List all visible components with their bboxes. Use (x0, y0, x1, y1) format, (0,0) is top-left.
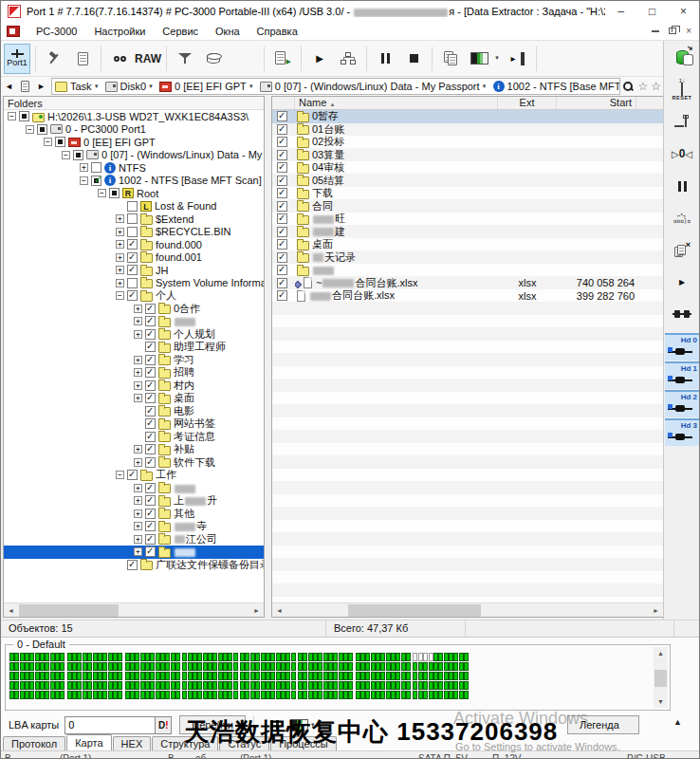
scroll-left-icon[interactable]: ◄ (272, 604, 286, 617)
map-block[interactable] (356, 662, 360, 671)
map-block[interactable] (333, 672, 338, 680)
map-block[interactable] (233, 672, 238, 680)
map-block[interactable] (35, 653, 40, 661)
map-block[interactable] (270, 691, 275, 699)
tree-item[interactable]: +NTFS (4, 161, 264, 175)
map-block[interactable] (245, 691, 249, 699)
map-block[interactable] (98, 653, 102, 661)
map-block[interactable] (193, 691, 197, 699)
map-block[interactable] (83, 672, 87, 680)
tree-checkbox[interactable] (127, 560, 138, 570)
raw-recovery-button[interactable]: RAW (135, 44, 161, 74)
export-button[interactable] (269, 44, 296, 74)
tree-checkbox[interactable] (127, 265, 138, 275)
map-block[interactable] (270, 672, 275, 680)
tree-item[interactable]: 电影 (4, 405, 264, 418)
expander-toggle-icon[interactable]: + (134, 305, 142, 313)
file-row[interactable]: 合同台账.xlsxxlsx399 282 760 (272, 289, 663, 303)
map-block[interactable] (281, 672, 286, 680)
map-block[interactable] (343, 672, 348, 680)
map-block[interactable] (318, 672, 322, 680)
map-block[interactable] (444, 653, 449, 661)
map-block[interactable] (339, 681, 343, 690)
map-block[interactable] (188, 653, 193, 661)
tree-checkbox[interactable] (127, 252, 138, 263)
usb-power-button[interactable] (665, 43, 699, 71)
map-block[interactable] (50, 672, 55, 680)
map-block[interactable] (83, 662, 87, 671)
map-block[interactable] (453, 681, 458, 690)
map-block[interactable] (418, 662, 423, 671)
map-block[interactable] (328, 672, 333, 680)
map-block[interactable] (313, 672, 318, 680)
chevron-down-icon[interactable]: ▼ (148, 83, 154, 89)
map-block[interactable] (328, 691, 333, 699)
tree-item[interactable]: 考证信息 (4, 431, 264, 444)
map-block[interactable] (255, 691, 260, 699)
map-block[interactable] (197, 672, 202, 680)
file-row[interactable]: 03算量 (272, 149, 663, 162)
file-checkbox[interactable] (277, 290, 287, 301)
map-block[interactable] (391, 653, 396, 661)
map-block[interactable] (286, 653, 290, 661)
forward-button[interactable]: ► (33, 79, 49, 95)
map-block[interactable] (228, 681, 232, 690)
map-block[interactable] (423, 672, 428, 680)
map-block[interactable] (255, 672, 260, 680)
map-block[interactable] (333, 681, 338, 690)
map-block[interactable] (193, 672, 197, 680)
map-block[interactable] (208, 691, 212, 699)
map-block[interactable] (87, 691, 92, 699)
map-block[interactable] (343, 681, 348, 690)
file-checkbox[interactable] (277, 201, 287, 212)
file-checkbox[interactable] (277, 239, 287, 250)
map-block[interactable] (83, 681, 87, 690)
expander-toggle-icon[interactable]: − (98, 189, 106, 197)
map-block[interactable] (218, 653, 223, 661)
map-block[interactable] (286, 691, 290, 699)
map-block[interactable] (250, 672, 255, 680)
map-block[interactable] (150, 681, 155, 690)
mdi-minimize-icon[interactable] (652, 30, 659, 32)
map-block[interactable] (20, 662, 25, 671)
file-checkbox[interactable] (277, 162, 287, 173)
map-block[interactable] (14, 672, 19, 680)
map-block[interactable] (386, 672, 391, 680)
map-block[interactable] (413, 653, 417, 661)
map-block[interactable] (197, 662, 202, 671)
map-block[interactable] (83, 691, 87, 699)
map-block[interactable] (135, 672, 139, 680)
map-block[interactable] (270, 681, 275, 690)
map-block[interactable] (313, 691, 318, 699)
map-block[interactable] (250, 653, 255, 661)
map-block[interactable] (9, 672, 14, 680)
map-block[interactable] (453, 672, 458, 680)
map-block[interactable] (303, 681, 307, 690)
expander-toggle-icon[interactable]: + (116, 279, 124, 287)
tree-item[interactable]: +found.001 (4, 251, 264, 265)
map-block[interactable] (130, 662, 135, 671)
map-block[interactable] (291, 662, 296, 671)
map-block[interactable] (401, 653, 406, 661)
map-block[interactable] (298, 662, 303, 671)
map-block[interactable] (193, 653, 197, 661)
tree-item[interactable]: −0 [EE] EFI GPT (4, 136, 264, 149)
map-block[interactable] (270, 653, 275, 661)
expander-toggle-icon[interactable]: + (134, 317, 142, 325)
star-add-icon[interactable]: ☆ (637, 81, 648, 93)
map-block[interactable] (261, 672, 266, 680)
file-checkbox[interactable] (277, 252, 287, 263)
map-block[interactable] (188, 691, 193, 699)
tree-checkbox[interactable] (91, 176, 101, 186)
port-select-button[interactable]: Port1 (4, 44, 30, 74)
map-block[interactable] (102, 662, 107, 671)
map-block[interactable] (218, 681, 223, 690)
map-block[interactable] (328, 653, 333, 661)
file-checkbox[interactable] (277, 188, 287, 198)
build-map-button[interactable] (335, 44, 361, 74)
map-block[interactable] (371, 681, 376, 690)
map-block[interactable] (438, 672, 443, 680)
map-block[interactable] (433, 672, 438, 680)
tree-checkbox[interactable] (91, 162, 101, 173)
tree-checkbox[interactable] (127, 227, 138, 237)
